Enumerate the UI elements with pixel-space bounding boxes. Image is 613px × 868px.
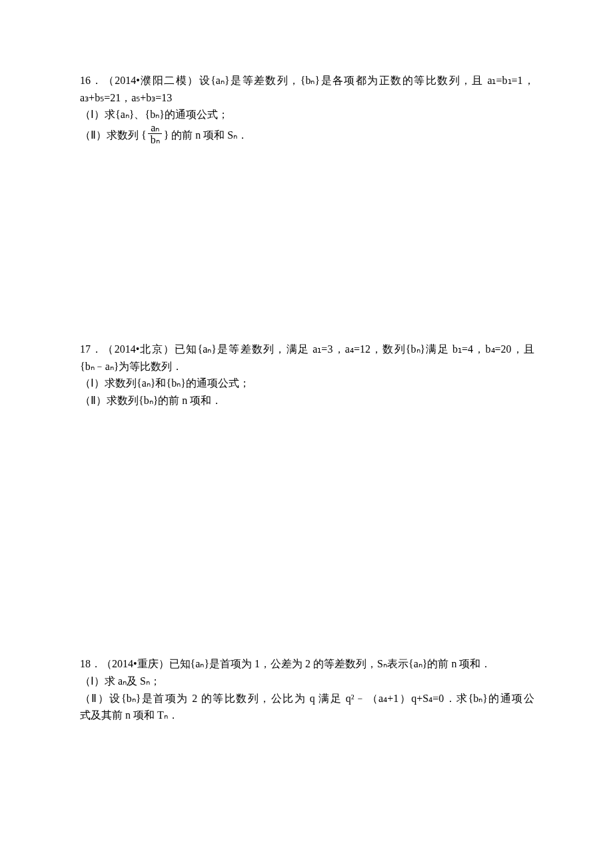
p18-line-2: （Ⅰ）求 aₙ及 Sₙ； <box>80 673 534 690</box>
problem-17: 17．（2014•北京）已知{aₙ}是等差数列，满足 a₁=3，a₄=12，数列… <box>80 341 534 409</box>
p16-line-4: （Ⅱ）求数列 { aₙ bₙ } 的前 n 项和 Sₙ． <box>80 123 248 147</box>
fraction-icon: aₙ bₙ <box>148 122 163 146</box>
fraction-numerator: aₙ <box>148 122 162 135</box>
p18-line-3: （Ⅱ）设{bₙ}是首项为 2 的等比数列，公比为 q 满足 q²﹣（a₄+1）q… <box>80 690 534 707</box>
p16-line-1: 16．（2014•濮阳二模）设{aₙ}是等差数列，{bₙ}是各项都为正数的等比数… <box>80 72 534 89</box>
document-page: 16．（2014•濮阳二模）设{aₙ}是等差数列，{bₙ}是各项都为正数的等比数… <box>0 0 613 724</box>
fraction-denominator: bₙ <box>148 134 163 146</box>
p16-line-2: a₃+b₅=21，a₅+b₃=13 <box>80 89 534 107</box>
p17-line-1: 17．（2014•北京）已知{aₙ}是等差数列，满足 a₁=3，a₄=12，数列… <box>80 341 534 358</box>
p17-line-4: （Ⅱ）求数列{bₙ}的前 n 项和． <box>80 392 534 409</box>
p18-line-1: 18．（2014•重庆）已知{aₙ}是首项为 1，公差为 2 的等差数列，Sₙ表… <box>80 655 534 673</box>
p18-line-4: 式及其前 n 项和 Tₙ． <box>80 707 534 724</box>
p16-line-4a: （Ⅱ）求数列 { <box>80 127 147 144</box>
p16-line-4b: } 的前 n 项和 Sₙ． <box>164 127 249 144</box>
problem-18: 18．（2014•重庆）已知{aₙ}是首项为 1，公差为 2 的等差数列，Sₙ表… <box>80 655 534 723</box>
problem-16: 16．（2014•濮阳二模）设{aₙ}是等差数列，{bₙ}是各项都为正数的等比数… <box>80 72 534 147</box>
p16-line-3: （Ⅰ）求{aₙ}、{bₙ}的通项公式； <box>80 106 534 123</box>
p17-line-2: {bₙ﹣aₙ}为等比数列． <box>80 358 534 375</box>
p17-line-3: （Ⅰ）求数列{aₙ}和{bₙ}的通项公式； <box>80 375 534 392</box>
